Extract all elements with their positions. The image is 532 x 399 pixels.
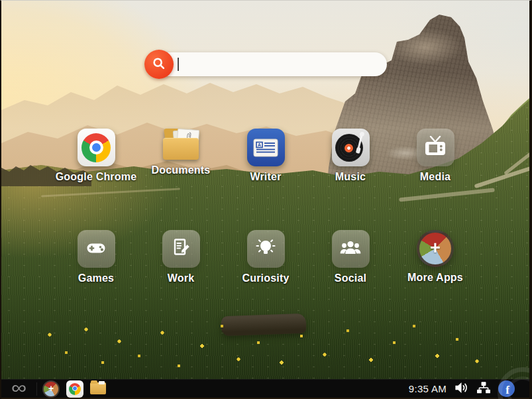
documents-folder-icon [163,129,199,160]
curiosity-icon [247,230,285,268]
social-icon [332,230,370,268]
chrome-logo-icon [81,133,111,162]
taskbar-documents-button[interactable] [90,380,107,398]
app-grid-row-2: Games Work [54,230,478,284]
app-label: Curiosity [242,272,289,284]
plus-icon: + [430,239,441,257]
chrome-icon [66,380,83,398]
facebook-account-button[interactable]: f [498,380,515,397]
app-label: Work [168,272,195,284]
games-icon [78,230,115,268]
app-label: Music [335,171,366,183]
endless-logo-icon: ∞ [11,380,27,396]
taskbar: ∞ + 9:35 AM [1,379,529,398]
search-button[interactable] [144,50,174,79]
chrome-icon [78,129,115,166]
folder-front [163,138,199,160]
plus-icon: + [48,384,54,393]
volume-icon[interactable] [454,380,469,398]
taskbar-app-center-button[interactable]: + [42,380,60,398]
app-label: Writer [250,171,281,183]
app-games[interactable]: Games [54,230,138,284]
app-label: Social [335,272,366,284]
app-documents[interactable]: Documents [138,129,223,183]
app-social[interactable]: Social [308,230,393,284]
app-more-apps[interactable]: + More Apps [393,230,478,284]
app-work[interactable]: Work [138,230,223,284]
media-icon [417,129,454,166]
taskbar-status-area: 9:35 AM f [409,380,515,398]
more-apps-icon: + [417,230,454,267]
taskbar-chrome-button[interactable] [66,380,83,398]
writer-a-glyph: A [258,142,261,147]
lightbulb-icon [254,237,277,262]
note-pencil-icon [170,237,192,262]
gamepad-icon [85,237,107,262]
people-group-icon [339,238,362,260]
app-grid-row-1: Google Chrome Documents [54,129,478,183]
tv-icon [424,136,447,160]
search-icon [152,56,166,73]
app-center-icon: + [42,380,60,398]
clock[interactable]: 9:35 AM [409,383,447,394]
app-google-chrome[interactable]: Google Chrome [54,129,138,183]
app-label: Google Chrome [56,171,137,183]
writer-icon: A [247,129,285,166]
app-label: More Apps [407,272,463,284]
network-wired-icon[interactable] [476,381,491,397]
app-curiosity[interactable]: Curiosity [223,230,308,284]
search-input[interactable] [154,52,387,76]
folder-icon [90,382,106,394]
wallpaper-flowers [40,316,496,382]
app-grid: Google Chrome Documents [54,129,478,284]
app-music[interactable]: Music [308,129,393,183]
desktop: Google Chrome Documents [0,0,532,399]
desktop-search [144,50,387,79]
facebook-icon: f [505,384,509,396]
taskbar-app-icons: + [42,380,107,398]
writer-document-icon: A [253,139,278,157]
work-icon [162,230,200,268]
app-label: Documents [152,164,211,176]
music-icon [332,129,370,166]
chrome-logo-icon [69,383,81,395]
app-writer[interactable]: A Writer [223,129,308,183]
text-caret [178,58,179,71]
app-label: Games [78,272,114,284]
endless-menu-button[interactable]: ∞ [1,380,36,398]
taskbar-separator [36,382,37,396]
app-label: Media [420,171,451,183]
app-media[interactable]: Media [393,129,478,183]
